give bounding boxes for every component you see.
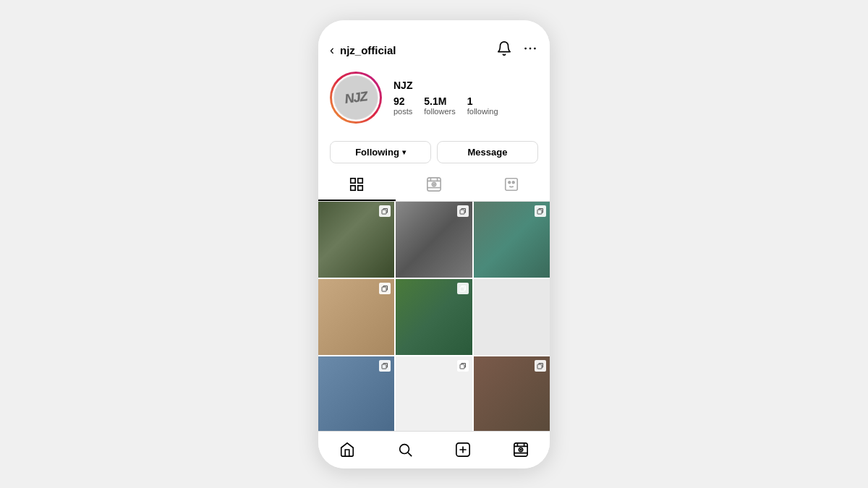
followers-count: 5.1M xyxy=(424,95,446,107)
search-icon xyxy=(397,442,413,458)
profile-section: NJZ NJZ NJZ 92 posts 5.1M xyxy=(318,64,550,129)
tab-reels[interactable] xyxy=(396,169,473,201)
svg-rect-25 xyxy=(382,364,386,369)
posts-count: 92 xyxy=(393,95,405,107)
search-button[interactable] xyxy=(389,434,421,466)
avatar-art: NJZ NJZ xyxy=(334,76,378,119)
grid-icon xyxy=(349,176,365,192)
grid-cell-2[interactable] xyxy=(396,202,472,278)
nav-left: ‹ njz_official xyxy=(330,43,396,58)
svg-point-35 xyxy=(520,449,521,450)
svg-rect-21 xyxy=(460,210,464,214)
grid-cell-7[interactable] xyxy=(318,356,394,430)
svg-rect-6 xyxy=(351,178,355,182)
following-count: 1 xyxy=(467,95,473,107)
grid-cell-8[interactable] xyxy=(396,356,472,430)
bottom-navigation xyxy=(318,431,550,468)
reels-icon xyxy=(426,176,442,192)
stats-row: 92 posts 5.1M followers 1 following xyxy=(393,95,498,116)
svg-rect-26 xyxy=(460,364,464,369)
grid-cell-5[interactable] xyxy=(396,279,472,355)
avatar-wrapper[interactable]: NJZ NJZ xyxy=(330,72,382,124)
add-post-button[interactable] xyxy=(447,434,479,466)
posts-label: posts xyxy=(393,107,412,116)
svg-rect-20 xyxy=(382,210,386,214)
reels-nav-icon xyxy=(513,442,529,458)
profile-row: NJZ NJZ NJZ 92 posts 5.1M xyxy=(330,72,538,124)
multi-photo-icon-7 xyxy=(379,360,391,372)
phone-frame: ‹ njz_official xyxy=(318,20,550,468)
svg-point-28 xyxy=(400,445,409,454)
status-bar xyxy=(318,20,550,35)
svg-rect-24 xyxy=(460,287,464,291)
grid-cell-6[interactable] xyxy=(474,279,550,355)
svg-point-11 xyxy=(432,182,436,187)
grid-cell-1[interactable] xyxy=(318,202,394,278)
tab-tagged[interactable] xyxy=(472,169,550,201)
svg-rect-9 xyxy=(351,185,355,189)
action-buttons: Following ▾ Message xyxy=(318,129,550,169)
svg-point-12 xyxy=(433,184,435,185)
posts-stat[interactable]: 92 posts xyxy=(393,95,412,116)
avatar-ring: NJZ NJZ xyxy=(330,72,382,124)
profile-username: njz_official xyxy=(340,44,396,56)
svg-rect-23 xyxy=(382,287,386,291)
multi-photo-icon-1 xyxy=(379,205,391,217)
message-button[interactable]: Message xyxy=(437,141,538,163)
svg-point-1 xyxy=(529,47,532,49)
display-name: NJZ xyxy=(393,80,498,91)
back-button[interactable]: ‹ xyxy=(330,43,334,58)
tagged-icon xyxy=(503,176,519,192)
photo-grid-area xyxy=(318,202,550,431)
profile-stats: NJZ 92 posts 5.1M followers 1 following xyxy=(393,80,498,116)
content-area: ‹ njz_official xyxy=(318,35,550,468)
home-icon xyxy=(339,442,355,458)
home-button[interactable] xyxy=(331,434,363,466)
svg-rect-8 xyxy=(358,185,362,189)
bell-icon[interactable] xyxy=(496,40,512,60)
reels-nav-button[interactable] xyxy=(505,434,537,466)
top-navigation: ‹ njz_official xyxy=(318,35,550,64)
svg-point-19 xyxy=(512,181,514,183)
following-button[interactable]: Following ▾ xyxy=(330,141,431,163)
more-options-icon[interactable] xyxy=(522,40,538,60)
multi-photo-icon-9 xyxy=(535,360,546,372)
multi-photo-icon-2 xyxy=(457,205,469,217)
svg-rect-10 xyxy=(427,177,441,190)
svg-point-18 xyxy=(509,181,511,183)
following-button-label: Following xyxy=(355,147,399,158)
multi-photo-icon-5 xyxy=(457,283,469,294)
followers-stat[interactable]: 5.1M followers xyxy=(424,95,455,116)
message-button-label: Message xyxy=(468,147,508,158)
svg-point-2 xyxy=(534,47,536,49)
grid-cell-9[interactable] xyxy=(474,356,550,430)
tabs-row xyxy=(318,169,550,202)
svg-rect-27 xyxy=(537,364,542,369)
photo-grid xyxy=(318,202,550,431)
multi-photo-icon-4 xyxy=(379,283,391,294)
svg-point-0 xyxy=(524,47,527,49)
grid-cell-3[interactable] xyxy=(474,202,550,278)
followers-label: followers xyxy=(424,107,455,116)
avatar: NJZ NJZ xyxy=(332,74,380,121)
nav-right xyxy=(496,40,538,60)
svg-line-29 xyxy=(408,453,412,456)
multi-photo-icon-8 xyxy=(457,360,469,372)
tab-grid[interactable] xyxy=(318,169,396,201)
add-icon xyxy=(455,442,471,458)
chevron-down-icon: ▾ xyxy=(402,148,406,156)
svg-rect-22 xyxy=(537,210,542,214)
following-label: following xyxy=(467,107,498,116)
multi-photo-icon-3 xyxy=(535,205,546,217)
svg-rect-17 xyxy=(505,178,517,190)
svg-rect-7 xyxy=(358,178,362,182)
grid-cell-4[interactable] xyxy=(318,279,394,355)
following-stat[interactable]: 1 following xyxy=(467,95,498,116)
